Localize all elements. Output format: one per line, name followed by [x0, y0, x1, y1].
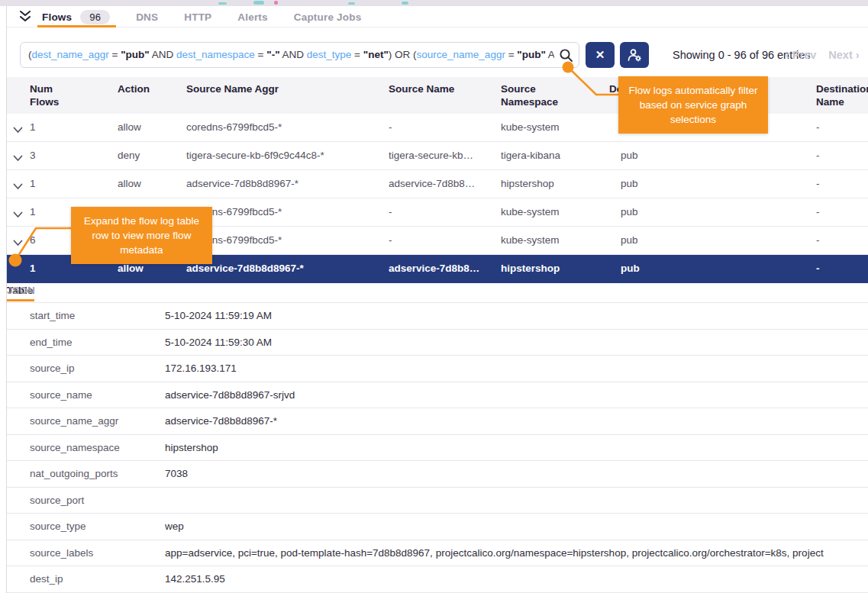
top-tab[interactable]: DNS: [136, 6, 158, 27]
next-page-button[interactable]: Next ›: [828, 42, 859, 68]
query-segment: dest_namespace: [176, 49, 255, 60]
detail-value: 142.251.5.95: [165, 566, 868, 592]
column-header-num-flows[interactable]: Num Flows: [30, 82, 77, 108]
decorative-mark: [274, 1, 278, 5]
cell-source-name: -: [389, 114, 492, 141]
cell-dest-name-aggr: pub: [621, 198, 712, 226]
chevron-down-icon[interactable]: [13, 179, 24, 187]
cell-action: allow: [118, 114, 179, 141]
user-settings-button[interactable]: [620, 42, 649, 68]
expand-row-callout: Expand the flow log table row to view mo…: [71, 207, 212, 264]
detail-key: source_type: [30, 514, 86, 540]
cell-dest-name-aggr: pub: [621, 227, 712, 254]
cell-num-flows: 1: [30, 255, 76, 282]
detail-value: 5-10-2024 11:59:19 AM: [165, 303, 868, 329]
tab-label: HTTP: [184, 11, 211, 23]
detail-key: nat_outgoing_ports: [30, 461, 118, 487]
detail-tab[interactable]: JSON: [7, 285, 35, 296]
query-segment: =: [109, 49, 121, 60]
detail-row: source_type wep: [7, 514, 868, 540]
cell-source-name: -: [389, 227, 492, 254]
detail-row: source_namespace hipstershop: [7, 435, 868, 462]
detail-value: 5-10-2024 11:59:30 AM: [165, 330, 868, 356]
cell-num-flows: 1: [30, 170, 76, 198]
column-header-source-name-aggr[interactable]: Source Name Aggr: [186, 82, 369, 95]
clear-filter-button[interactable]: ✕: [586, 42, 615, 68]
detail-key: end_time: [30, 330, 73, 356]
flow-logs-page: Flows 96 DNS HTTP Alerts: [0, 0, 868, 593]
flow-detail-table: start_time 5-10-2024 11:59:19 AM end_tim…: [7, 302, 868, 593]
detail-key: start_time: [30, 303, 75, 329]
top-tab[interactable]: Alerts: [237, 6, 267, 27]
detail-key: source_namespace: [30, 435, 120, 461]
column-header-source-name[interactable]: Source Name: [389, 82, 488, 95]
cell-destination-name: -: [816, 170, 868, 198]
cell-source-namespace: tigera-kibana: [501, 142, 592, 169]
detail-tabbar: Table JSON: [7, 283, 868, 302]
cell-source-namespace: hipstershop: [501, 170, 592, 198]
top-tab[interactable]: Capture Jobs: [294, 6, 362, 27]
column-header-source-namespace[interactable]: Source Namespace: [501, 82, 573, 108]
chevron-down-icon[interactable]: [13, 123, 24, 131]
flow-count-badge: 96: [80, 10, 110, 24]
cell-source-name-aggr: adservice-7d8b8d8967-*: [186, 255, 377, 282]
query-segment: AND: [280, 49, 307, 60]
cell-destination-name: -: [816, 198, 868, 226]
detail-value: adservice-7d8b8d8967-*: [165, 408, 868, 434]
prev-page-button[interactable]: ‹ Prev: [786, 42, 816, 68]
query-segment: =: [351, 49, 363, 60]
cell-source-name-aggr: tigera-secure-kb-6f9c9c44c8-*: [186, 142, 377, 169]
query-segment: "pub": [121, 49, 150, 60]
cell-dest-name-aggr: pub: [621, 142, 712, 169]
cell-dest-name-aggr: pub: [621, 255, 712, 282]
cell-destination-name: -: [816, 227, 868, 254]
cell-source-name-aggr: coredns-6799fbcd5-*: [186, 198, 377, 226]
decorative-mark: [348, 2, 355, 5]
column-header-action[interactable]: Action: [118, 82, 179, 95]
detail-row: nat_outgoing_ports 7038: [7, 461, 868, 488]
detail-row: source_ip 172.16.193.171: [7, 356, 868, 382]
tab-label: Alerts: [237, 11, 267, 23]
query-segment: source_name_aggr: [417, 49, 505, 60]
query-segment: "net": [363, 49, 389, 60]
query-segment: AND: [150, 49, 176, 60]
table-row[interactable]: 1 allow adservice-7d8b8d8967-* adservice…: [7, 170, 868, 198]
query-segment: "pub": [517, 49, 546, 60]
query-segment: dest_type: [307, 49, 352, 60]
detail-key: source_labels: [30, 540, 93, 566]
cell-source-name: tigera-secure-kb…: [389, 142, 492, 169]
detail-value: adservice-7d8b8d8967-srjvd: [165, 382, 868, 408]
query-segment: AND: [546, 49, 554, 60]
cell-num-flows: 1: [30, 198, 76, 226]
detail-key: source_name: [30, 382, 92, 408]
detail-tab-label: JSON: [7, 285, 35, 296]
detail-value: app=adservice, pci=true, pod-template-ha…: [165, 540, 868, 566]
chevron-down-icon[interactable]: [13, 236, 24, 243]
chevron-down-icon[interactable]: [13, 208, 24, 215]
query-filter-input[interactable]: (dest_name_aggr = "pub" AND dest_namespa…: [20, 42, 579, 68]
table-row[interactable]: 3 deny tigera-secure-kb-6f9c9c44c8-* tig…: [7, 142, 868, 170]
cell-destination-name: -: [816, 142, 868, 169]
pagination: ‹ Prev Next ›: [786, 42, 860, 68]
collapse-panel-icon[interactable]: [18, 10, 33, 24]
detail-value: wep: [165, 514, 868, 540]
detail-row: dest_ip 142.251.5.95: [7, 566, 868, 593]
query-segment: dest_name_aggr: [32, 49, 109, 60]
chevron-down-icon[interactable]: [13, 151, 24, 159]
query-segment: ) OR (: [389, 49, 417, 60]
cell-source-namespace: kube-system: [501, 198, 592, 226]
detail-key: source_ip: [30, 356, 75, 382]
detail-value: hipstershop: [165, 435, 868, 461]
column-header-destination-name[interactable]: Destination Name: [816, 82, 868, 108]
top-tab[interactable]: Flows 96: [42, 6, 110, 27]
decorative-mark: [218, 2, 227, 5]
cell-action: allow: [118, 170, 179, 198]
search-icon[interactable]: [559, 48, 573, 63]
query-segment: =: [255, 49, 266, 60]
cell-source-name: -: [389, 198, 492, 226]
top-tab[interactable]: HTTP: [184, 6, 211, 27]
query-segment: =: [505, 49, 517, 60]
cell-source-name-aggr: adservice-7d8b8d8967-*: [186, 170, 377, 198]
tab-label: Flows: [42, 11, 72, 23]
cell-source-name: adservice-7d8b8…: [389, 255, 492, 282]
